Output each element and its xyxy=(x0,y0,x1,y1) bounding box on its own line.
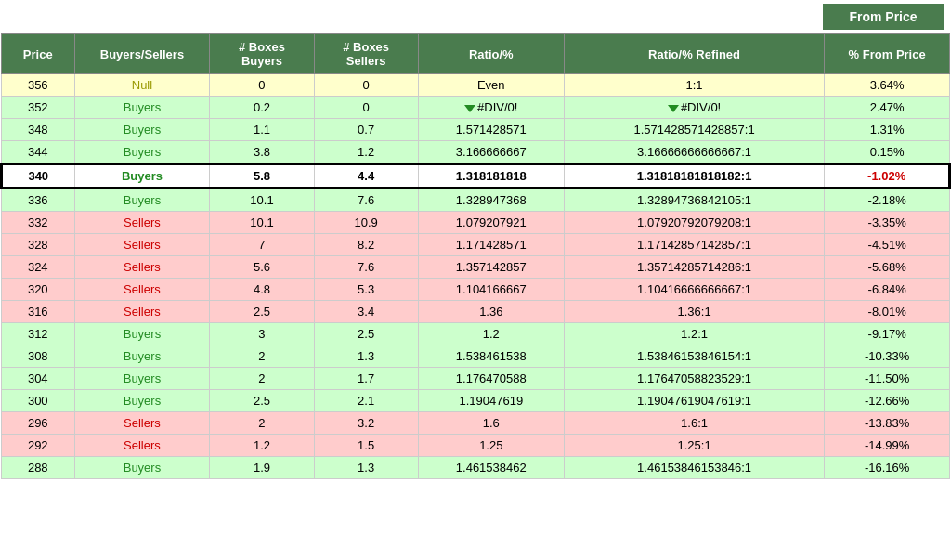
cell-from-price: -12.66% xyxy=(825,390,950,412)
cell-ratio-refined: #DIV/0! xyxy=(564,97,824,119)
cell-price: 324 xyxy=(2,256,75,279)
cell-boxes-buyers: 2 xyxy=(210,368,314,390)
cell-boxes-sellers: 0 xyxy=(314,74,418,97)
cell-boxes-buyers: 0 xyxy=(210,74,314,97)
cell-ratio-refined: 1.36:1 xyxy=(564,301,824,323)
cell-from-price: 0.15% xyxy=(825,141,950,164)
cell-boxes-buyers: 2.5 xyxy=(210,390,314,412)
cell-from-price: -16.16% xyxy=(825,457,950,479)
cell-ratio: 1.171428571 xyxy=(418,234,564,256)
cell-buyers-sellers: Buyers xyxy=(74,457,210,479)
from-price-label: From Price xyxy=(823,4,944,30)
cell-boxes-sellers: 0.7 xyxy=(314,119,418,141)
cell-boxes-sellers: 4.4 xyxy=(314,164,418,189)
cell-buyers-sellers: Sellers xyxy=(74,212,210,234)
cell-buyers-sellers: Sellers xyxy=(74,234,210,256)
cell-ratio-refined: 1.07920792079208:1 xyxy=(564,212,824,234)
cell-ratio: 1.2 xyxy=(418,323,564,345)
cell-ratio: 1.318181818 xyxy=(418,164,564,189)
table-body: 356Null00Even1:13.64%352Buyers0.20#DIV/0… xyxy=(2,74,950,479)
triangle-icon xyxy=(668,105,679,112)
cell-boxes-buyers: 5.8 xyxy=(210,164,314,189)
cell-price: 340 xyxy=(2,164,75,189)
cell-ratio-refined: 1.10416666666667:1 xyxy=(564,279,824,301)
cell-boxes-sellers: 1.5 xyxy=(314,435,418,457)
cell-price: 328 xyxy=(2,234,75,256)
cell-boxes-sellers: 1.3 xyxy=(314,457,418,479)
cell-boxes-sellers: 8.2 xyxy=(314,234,418,256)
cell-from-price: 1.31% xyxy=(825,119,950,141)
cell-price: 300 xyxy=(2,390,75,412)
col-header-ratio-refined: Ratio/% Refined xyxy=(564,34,824,74)
cell-ratio-refined: 1.6:1 xyxy=(564,412,824,435)
cell-price: 304 xyxy=(2,368,75,390)
cell-ratio-refined: 1.31818181818182:1 xyxy=(564,164,824,189)
col-header-boxes-sellers: # BoxesSellers xyxy=(314,34,418,74)
cell-boxes-sellers: 1.2 xyxy=(314,141,418,164)
cell-from-price: -4.51% xyxy=(825,234,950,256)
cell-from-price: -5.68% xyxy=(825,256,950,279)
cell-from-price: -6.84% xyxy=(825,279,950,301)
cell-price: 352 xyxy=(2,97,75,119)
cell-from-price: -2.18% xyxy=(825,189,950,212)
cell-boxes-sellers: 1.7 xyxy=(314,368,418,390)
cell-from-price: -14.99% xyxy=(825,435,950,457)
table-row: 300Buyers2.52.11.190476191.1904761904761… xyxy=(2,390,950,412)
table-row: 304Buyers21.71.1764705881.17647058823529… xyxy=(2,368,950,390)
cell-ratio: 1.357142857 xyxy=(418,256,564,279)
cell-ratio-refined: 3.16666666666667:1 xyxy=(564,141,824,164)
cell-boxes-sellers: 5.3 xyxy=(314,279,418,301)
cell-boxes-buyers: 10.1 xyxy=(210,212,314,234)
cell-boxes-sellers: 3.2 xyxy=(314,412,418,435)
cell-ratio: 1.6 xyxy=(418,412,564,435)
cell-ratio-refined: 1.17647058823529:1 xyxy=(564,368,824,390)
cell-price: 344 xyxy=(2,141,75,164)
cell-ratio: 1.461538462 xyxy=(418,457,564,479)
cell-buyers-sellers: Buyers xyxy=(74,164,210,189)
cell-boxes-buyers: 4.8 xyxy=(210,279,314,301)
cell-boxes-sellers: 1.3 xyxy=(314,345,418,368)
table-row: 348Buyers1.10.71.5714285711.571428571428… xyxy=(2,119,950,141)
cell-from-price: -8.01% xyxy=(825,301,950,323)
cell-ratio: 1.176470588 xyxy=(418,368,564,390)
cell-price: 288 xyxy=(2,457,75,479)
table-wrapper: From Price Price Buyers/Sellers # BoxesB… xyxy=(0,0,951,479)
cell-ratio: 1.571428571 xyxy=(418,119,564,141)
cell-buyers-sellers: Buyers xyxy=(74,97,210,119)
table-row: 320Sellers4.85.31.1041666671.10416666666… xyxy=(2,279,950,301)
main-table: Price Buyers/Sellers # BoxesBuyers # Box… xyxy=(0,33,951,479)
cell-from-price: -3.35% xyxy=(825,212,950,234)
cell-buyers-sellers: Buyers xyxy=(74,345,210,368)
col-header-ratio: Ratio/% xyxy=(418,34,564,74)
cell-buyers-sellers: Sellers xyxy=(74,412,210,435)
cell-boxes-buyers: 3.8 xyxy=(210,141,314,164)
table-row: 352Buyers0.20#DIV/0!#DIV/0!2.47% xyxy=(2,97,950,119)
cell-boxes-buyers: 7 xyxy=(210,234,314,256)
cell-ratio: 1.538461538 xyxy=(418,345,564,368)
cell-boxes-sellers: 0 xyxy=(314,97,418,119)
cell-price: 348 xyxy=(2,119,75,141)
cell-boxes-buyers: 1.9 xyxy=(210,457,314,479)
cell-buyers-sellers: Buyers xyxy=(74,141,210,164)
cell-buyers-sellers: Buyers xyxy=(74,119,210,141)
cell-boxes-buyers: 10.1 xyxy=(210,189,314,212)
cell-from-price: -1.02% xyxy=(825,164,950,189)
cell-price: 332 xyxy=(2,212,75,234)
table-row: 344Buyers3.81.23.1666666673.166666666666… xyxy=(2,141,950,164)
table-row: 296Sellers23.21.61.6:1-13.83% xyxy=(2,412,950,435)
cell-ratio-refined: 1.46153846153846:1 xyxy=(564,457,824,479)
header-above: From Price xyxy=(0,0,951,33)
cell-price: 356 xyxy=(2,74,75,97)
cell-boxes-buyers: 5.6 xyxy=(210,256,314,279)
table-row: 312Buyers32.51.21.2:1-9.17% xyxy=(2,323,950,345)
table-row: 340Buyers5.84.41.3181818181.318181818181… xyxy=(2,164,950,189)
cell-ratio-refined: 1.32894736842105:1 xyxy=(564,189,824,212)
cell-ratio: 1.25 xyxy=(418,435,564,457)
col-header-buyers-sellers: Buyers/Sellers xyxy=(74,34,210,74)
cell-from-price: 3.64% xyxy=(825,74,950,97)
table-row: 288Buyers1.91.31.4615384621.461538461538… xyxy=(2,457,950,479)
cell-price: 316 xyxy=(2,301,75,323)
table-row: 308Buyers21.31.5384615381.53846153846154… xyxy=(2,345,950,368)
triangle-icon xyxy=(464,105,476,112)
table-row: 292Sellers1.21.51.251.25:1-14.99% xyxy=(2,435,950,457)
